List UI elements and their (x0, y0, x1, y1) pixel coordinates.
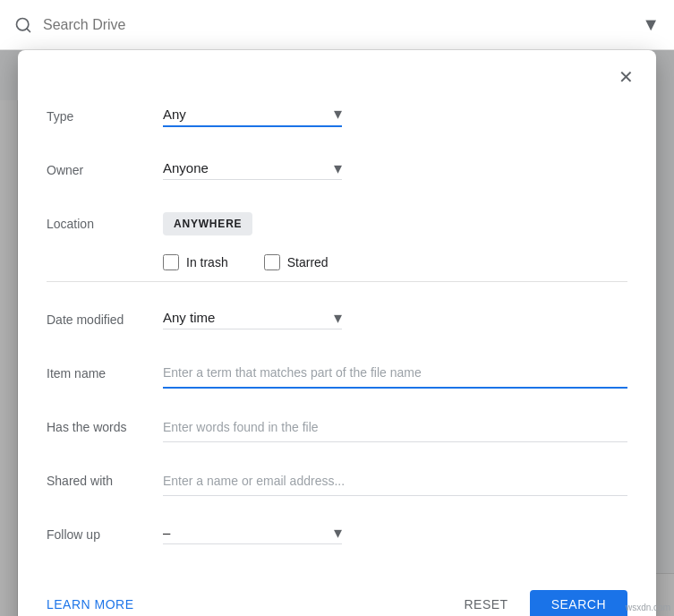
type-select[interactable]: Any Documents Spreadsheets Presentations… (163, 107, 342, 122)
type-row: Type Any Documents Spreadsheets Presenta… (47, 93, 627, 140)
location-row: Location ANYWHERE (47, 201, 627, 247)
starred-label: Starred (287, 255, 328, 270)
follow-up-row: Follow up – Suggestions Action items ▾ (47, 511, 627, 558)
shared-with-input-wrapper (163, 466, 627, 496)
location-button[interactable]: ANYWHERE (163, 212, 252, 235)
shared-with-control (163, 466, 627, 496)
has-words-row: Has the words (47, 404, 627, 450)
location-label: Location (47, 217, 163, 231)
modal-footer: LEARN MORE RESET SEARCH (18, 579, 656, 616)
location-control: ANYWHERE (163, 212, 449, 235)
search-bar: ▼ (0, 0, 674, 50)
checkboxes-row: In trash Starred (163, 254, 627, 270)
in-trash-checkbox[interactable] (163, 254, 179, 270)
type-select-wrapper: Any Documents Spreadsheets Presentations… (163, 107, 342, 127)
item-name-input[interactable] (163, 358, 627, 387)
owner-control: Anyone Me Not me Specific person... ▾ (163, 160, 449, 180)
search-icon (14, 16, 32, 34)
in-trash-checkbox-item[interactable]: In trash (163, 254, 228, 270)
has-words-input[interactable] (163, 413, 627, 441)
owner-select-wrapper: Anyone Me Not me Specific person... ▾ (163, 160, 342, 180)
owner-row: Owner Anyone Me Not me Specific person..… (47, 147, 627, 193)
watermark: wsxdn.com (626, 603, 670, 612)
date-modified-select[interactable]: Any time Today Last 7 days Last 30 days … (163, 310, 342, 325)
follow-up-label: Follow up (47, 527, 163, 542)
owner-select[interactable]: Anyone Me Not me Specific person... (163, 160, 342, 175)
search-button[interactable]: SEARCH (530, 590, 627, 616)
footer-actions: RESET SEARCH (449, 590, 627, 616)
follow-up-control: – Suggestions Action items ▾ (163, 525, 449, 544)
type-label: Type (47, 109, 163, 124)
item-name-input-wrapper (163, 358, 627, 389)
type-control: Any Documents Spreadsheets Presentations… (163, 107, 449, 127)
has-words-input-wrapper (163, 413, 627, 442)
follow-up-select-wrapper: – Suggestions Action items ▾ (163, 525, 342, 544)
reset-button[interactable]: RESET (449, 590, 522, 616)
close-button[interactable]: ✕ (610, 61, 642, 93)
starred-checkbox-item[interactable]: Starred (264, 254, 328, 270)
in-trash-label: In trash (186, 255, 228, 270)
shared-with-input[interactable] (163, 466, 627, 495)
learn-more-button[interactable]: LEARN MORE (47, 597, 134, 612)
date-modified-control: Any time Today Last 7 days Last 30 days … (163, 310, 449, 329)
starred-checkbox[interactable] (264, 254, 280, 270)
divider (47, 281, 627, 282)
search-input[interactable] (43, 17, 631, 33)
shared-with-label: Shared with (47, 474, 163, 488)
has-words-label: Has the words (47, 420, 163, 434)
has-words-control (163, 413, 627, 442)
date-modified-label: Date modified (47, 312, 163, 327)
owner-label: Owner (47, 163, 163, 177)
search-dropdown-arrow[interactable]: ▼ (642, 14, 660, 35)
modal-header: ✕ (18, 50, 656, 93)
svg-line-1 (27, 28, 30, 31)
date-modified-select-wrapper: Any time Today Last 7 days Last 30 days … (163, 310, 342, 329)
item-name-label: Item name (47, 366, 163, 381)
follow-up-select[interactable]: – Suggestions Action items (163, 525, 342, 540)
item-name-control (163, 358, 627, 389)
search-options-modal: ✕ Type Any Documents Spreadsheets Presen… (18, 50, 656, 616)
modal-body: Type Any Documents Spreadsheets Presenta… (18, 93, 656, 579)
date-modified-row: Date modified Any time Today Last 7 days… (47, 296, 627, 343)
item-name-row: Item name (47, 350, 627, 397)
shared-with-row: Shared with (47, 458, 627, 504)
